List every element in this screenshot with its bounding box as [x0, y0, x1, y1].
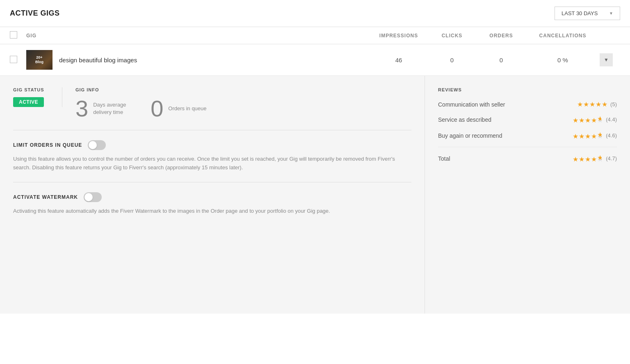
- page-header: ACTIVE GIGS LAST 30 DAYS ▼: [0, 0, 630, 27]
- stars-total: ★★★★★★: [573, 154, 603, 163]
- limit-orders-label: LIMIT ORDERS IN QUEUE: [13, 142, 82, 148]
- gig-impressions: 46: [370, 57, 427, 64]
- stars-buyagain: ★★★★★★: [573, 131, 603, 140]
- review-divider: [438, 147, 617, 147]
- limit-orders-section: LIMIT ORDERS IN QUEUE Using this feature…: [13, 140, 411, 172]
- delivery-stat: 3 Days average delivery time: [75, 97, 134, 120]
- page-title: ACTIVE GIGS: [10, 9, 60, 18]
- review-total-label: Total: [438, 155, 573, 162]
- table-header: GIG IMPRESSIONS CLICKS ORDERS CANCELLATI…: [0, 27, 630, 44]
- score-communication: (5): [610, 101, 617, 107]
- gig-status-label: GIG STATUS: [13, 87, 52, 92]
- chevron-down-icon: ▼: [609, 11, 613, 16]
- col-header-orders: ORDERS: [477, 33, 526, 39]
- queue-number: 0: [151, 97, 163, 120]
- review-category-communication: Communication with seller: [438, 101, 577, 108]
- watermark-toggle[interactable]: [84, 192, 102, 202]
- gig-thumbnail: 20+Blog: [26, 50, 52, 70]
- col-header-gig: GIG: [26, 33, 370, 39]
- review-row-communication: Communication with seller ★★★★★ (5): [438, 100, 617, 108]
- queue-stat: 0 Orders in queue: [151, 97, 206, 120]
- score-total: (4.7): [606, 155, 617, 162]
- right-panel: REVIEWS Communication with seller ★★★★★ …: [425, 76, 630, 314]
- gig-clicks: 0: [427, 57, 477, 64]
- gig-row: 20+Blog design beautiful blog images 46 …: [0, 44, 630, 76]
- review-total-row: Total ★★★★★★ (4.7): [438, 154, 617, 163]
- review-stars-total: ★★★★★★ (4.7): [573, 154, 617, 163]
- review-stars-service: ★★★★★★ (4.4): [573, 115, 617, 124]
- delivery-label: Days average delivery time: [93, 101, 134, 116]
- gig-info: 20+Blog design beautiful blog images: [26, 50, 370, 70]
- col-header-impressions: IMPRESSIONS: [370, 33, 427, 39]
- limit-orders-desc: Using this feature allows you to control…: [13, 155, 411, 172]
- limit-orders-toggle[interactable]: [88, 140, 106, 150]
- stars-service: ★★★★★★: [573, 115, 603, 124]
- score-service: (4.4): [606, 116, 617, 123]
- score-buyagain: (4.6): [606, 132, 617, 139]
- watermark-label: ACTIVATE WATERMARK: [13, 194, 78, 200]
- gig-cancellations: 0 %: [526, 57, 600, 64]
- left-panel: GIG STATUS ACTIVE GIG INFO 3 Days averag…: [0, 76, 425, 314]
- top-section: GIG STATUS ACTIVE GIG INFO 3 Days averag…: [13, 87, 411, 120]
- divider-1: [13, 130, 411, 130]
- queue-label: Orders in queue: [168, 105, 206, 112]
- watermark-section: ACTIVATE WATERMARK Activating this featu…: [13, 192, 411, 216]
- expand-row-button[interactable]: ▼: [600, 53, 613, 66]
- gig-status-box: GIG STATUS ACTIVE: [13, 87, 62, 107]
- review-stars-communication: ★★★★★ (5): [577, 100, 617, 108]
- review-row-buyagain: Buy again or recommend ★★★★★★ (4.6): [438, 131, 617, 140]
- stars-communication: ★★★★★: [577, 100, 608, 108]
- gig-checkbox[interactable]: [10, 56, 17, 63]
- delivery-number: 3: [75, 97, 88, 120]
- gig-info-label: GIG INFO: [75, 87, 411, 92]
- review-stars-buyagain: ★★★★★★ (4.6): [573, 131, 617, 140]
- gig-orders: 0: [477, 57, 526, 64]
- select-all-checkbox[interactable]: [10, 31, 17, 39]
- col-header-clicks: CLICKS: [427, 33, 477, 39]
- watermark-desc: Activating this feature automatically ad…: [13, 207, 411, 216]
- status-active-badge: ACTIVE: [13, 97, 44, 107]
- gig-info-stats: 3 Days average delivery time 0 Orders in…: [75, 97, 411, 120]
- date-filter-label: LAST 30 DAYS: [562, 10, 598, 16]
- review-category-buyagain: Buy again or recommend: [438, 132, 573, 139]
- details-panel: GIG STATUS ACTIVE GIG INFO 3 Days averag…: [0, 76, 630, 314]
- divider-2: [13, 182, 411, 182]
- gig-info-box: GIG INFO 3 Days average delivery time 0 …: [75, 87, 411, 120]
- reviews-title: REVIEWS: [438, 87, 617, 92]
- review-category-service: Service as described: [438, 116, 573, 123]
- gig-name: design beautiful blog images: [59, 57, 137, 64]
- review-row-service: Service as described ★★★★★★ (4.4): [438, 115, 617, 124]
- date-filter-button[interactable]: LAST 30 DAYS ▼: [555, 7, 620, 20]
- col-header-cancellations: CANCELLATIONS: [526, 33, 600, 39]
